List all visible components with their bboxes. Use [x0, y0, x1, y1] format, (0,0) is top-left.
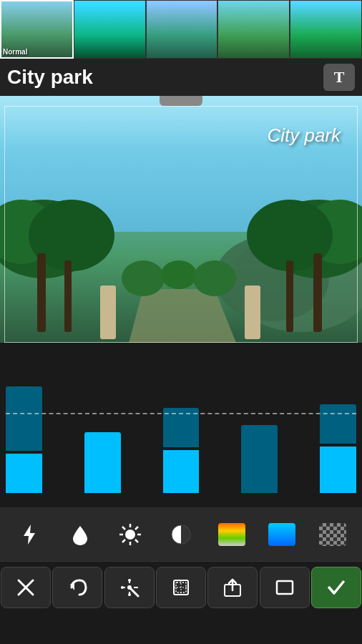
- contrast-icon: [170, 523, 192, 546]
- bar-top-8: [320, 404, 356, 444]
- bar-group-2: [84, 353, 121, 493]
- cancel-icon: [16, 577, 36, 597]
- filter-normal[interactable]: Normal: [0, 0, 74, 59]
- title-bar: T: [0, 59, 362, 96]
- bar-top-0: [6, 386, 42, 451]
- svg-point-38: [128, 579, 131, 582]
- filter-vivid[interactable]: [290, 0, 362, 59]
- bar-bottom-4: [163, 450, 200, 493]
- svg-line-24: [122, 527, 125, 530]
- undo-icon: [67, 577, 87, 597]
- filter-warm[interactable]: [217, 0, 290, 59]
- svg-point-40: [121, 586, 124, 589]
- bar-single-2: [84, 432, 121, 493]
- gradient-color-icon: [218, 523, 245, 546]
- bar-group-7: [280, 353, 317, 493]
- svg-line-25: [135, 540, 138, 542]
- drop-icon: [69, 523, 92, 546]
- undo-button[interactable]: [52, 567, 102, 608]
- photo-sky: [0, 96, 362, 232]
- contrast-button[interactable]: [158, 513, 204, 556]
- toolbar: [0, 507, 362, 561]
- bar-top-4: [163, 408, 200, 447]
- brightness-button[interactable]: [107, 513, 153, 556]
- sun-icon: [119, 523, 142, 546]
- share-icon: [222, 577, 243, 597]
- checker-icon: [319, 523, 346, 546]
- photo-area: City park: [0, 96, 362, 343]
- magic-wand-button[interactable]: [104, 567, 155, 608]
- svg-line-26: [135, 527, 138, 530]
- histogram-chart: [6, 350, 356, 493]
- share-button[interactable]: [207, 567, 258, 608]
- lightning-icon: [18, 523, 41, 546]
- bar-group-5: [202, 353, 238, 493]
- svg-rect-45: [277, 581, 293, 594]
- svg-rect-11: [286, 260, 293, 332]
- svg-rect-12: [100, 286, 116, 339]
- frame-icon: [275, 577, 295, 597]
- svg-rect-9: [64, 260, 72, 332]
- image-crop-icon: [171, 577, 191, 597]
- svg-marker-18: [24, 525, 35, 545]
- svg-point-16: [161, 260, 197, 289]
- filter-teal[interactable]: [74, 0, 146, 59]
- svg-point-1: [215, 235, 329, 321]
- bar-bottom-0: [6, 454, 42, 493]
- svg-point-37: [127, 585, 132, 590]
- hue-button[interactable]: [57, 513, 103, 556]
- svg-rect-10: [313, 253, 322, 332]
- svg-point-15: [122, 260, 165, 296]
- pattern-button[interactable]: [310, 513, 356, 556]
- tone-button[interactable]: [259, 513, 305, 556]
- svg-point-17: [193, 260, 236, 296]
- bar-group-0: [6, 353, 42, 493]
- bar-bottom-8: [320, 447, 356, 493]
- filter-normal-label: Normal: [3, 48, 27, 56]
- confirm-icon: [326, 577, 346, 597]
- filter-cool[interactable]: [146, 0, 218, 59]
- cyan-tone-icon: [268, 523, 295, 546]
- bar-group-3: [124, 353, 160, 493]
- svg-rect-13: [245, 286, 260, 339]
- magic-wand-icon: [119, 577, 140, 597]
- svg-point-0: [229, 232, 362, 332]
- photo-overlay-text: City park: [267, 125, 341, 147]
- filter-strip: Normal: [0, 0, 362, 59]
- bar-group-6: [241, 353, 278, 493]
- svg-line-27: [122, 540, 125, 542]
- chart-area: [0, 343, 362, 507]
- gradient-button[interactable]: [209, 513, 255, 556]
- title-input[interactable]: [7, 66, 316, 89]
- bar-single-6: [241, 425, 278, 493]
- svg-point-19: [125, 530, 135, 540]
- crop-handle[interactable]: [160, 96, 202, 106]
- bar-group-4: [163, 353, 200, 493]
- bar-group-1: [45, 353, 82, 493]
- bar-group-8: [320, 353, 356, 493]
- confirm-button[interactable]: [311, 567, 361, 608]
- svg-rect-8: [37, 253, 46, 332]
- svg-marker-14: [129, 289, 236, 343]
- svg-point-39: [128, 593, 131, 596]
- crop-button[interactable]: [156, 567, 206, 608]
- effects-button[interactable]: [6, 513, 52, 556]
- frame-button[interactable]: [260, 567, 310, 608]
- cancel-button[interactable]: [1, 567, 51, 608]
- text-button[interactable]: T: [323, 64, 355, 91]
- action-bar: [0, 561, 362, 613]
